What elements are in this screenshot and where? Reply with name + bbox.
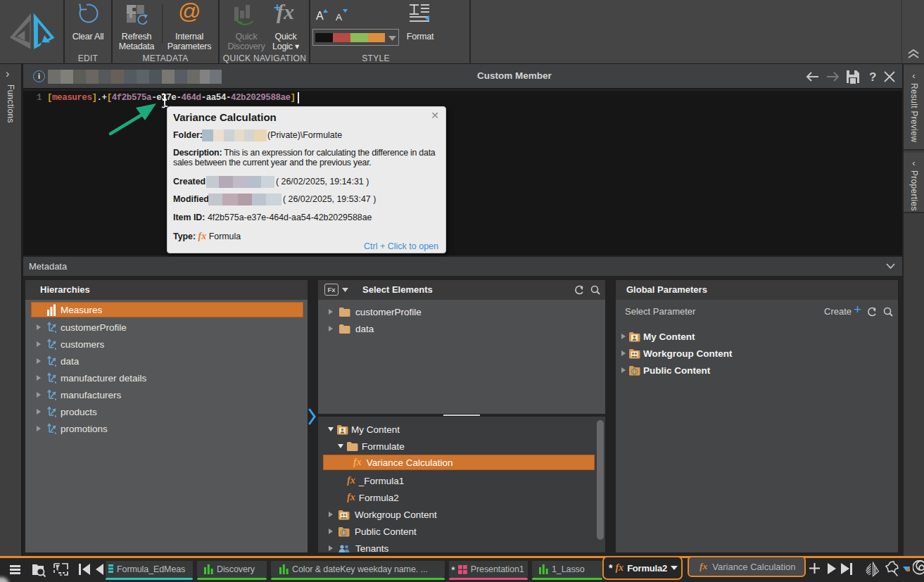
svg-text:?: ? xyxy=(869,70,876,84)
